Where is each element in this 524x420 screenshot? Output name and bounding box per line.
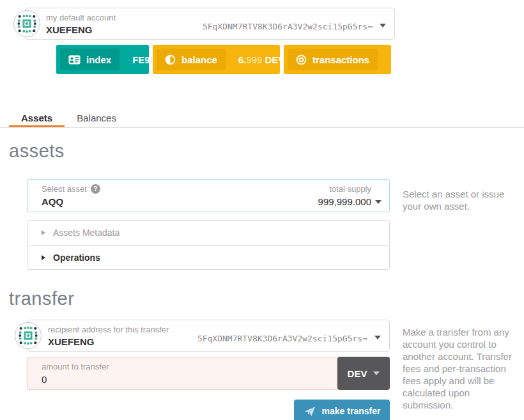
balance-unit: DEV (265, 54, 285, 65)
chevron-down-icon (375, 200, 381, 204)
bullseye-icon (296, 54, 307, 65)
index-pill: index (60, 49, 119, 70)
asset-wallet-page: my default account XUEFENG 5FqXDNM7RTV8K… (0, 0, 524, 420)
help-icon[interactable]: ? (91, 184, 100, 194)
collapse-arrow-icon (42, 255, 45, 260)
operations-label: Operations (53, 253, 100, 263)
tab-assets[interactable]: Assets (9, 106, 65, 127)
transfer-section-heading: transfer (9, 288, 74, 309)
assets-metadata-toggle[interactable]: Assets Metadata (27, 221, 389, 245)
account-stats: index FE98 balance 6.999 DEV transaction… (56, 45, 391, 74)
tab-balances[interactable]: Balances (65, 106, 128, 127)
balance-label: balance (181, 54, 217, 65)
account-identicon-avatar (13, 10, 40, 37)
identicon-icon (17, 13, 37, 34)
amount-input[interactable] (42, 374, 316, 385)
identicon-icon (18, 325, 38, 346)
account-selector-label: my default account (46, 13, 116, 22)
select-asset-label: Select asset ? (42, 184, 100, 194)
chevron-down-icon (374, 336, 381, 339)
transfer-help-text: Make a transfer from any account you con… (403, 326, 521, 411)
selected-asset-name: AQQ (42, 196, 63, 207)
transactions-button[interactable]: transactions 3 (284, 45, 391, 74)
send-icon (304, 405, 316, 417)
account-address: 5FqXDNM7RTV8K3D6rA3V2w2sci15pG5rs⋯ (203, 22, 373, 31)
transactions-count: 3 (381, 54, 405, 65)
currency-dropdown[interactable]: DEV (337, 357, 390, 390)
collapse-arrow-icon (42, 230, 45, 235)
recipient-label: recipient address for this transfer (48, 325, 169, 334)
make-transfer-label: make transfer (322, 406, 381, 416)
recipient-selector[interactable]: recipient address for this transfer XUEF… (27, 320, 390, 352)
contrast-icon (165, 54, 176, 65)
assets-help-text: Select an asset or issue your own asset. (403, 188, 521, 212)
total-supply-value: 999,999.000 (318, 196, 371, 207)
transactions-pill: transactions (288, 49, 378, 70)
balance-frac: 999 (246, 54, 262, 65)
currency-value: DEV (348, 368, 367, 379)
transactions-label: transactions (312, 54, 369, 65)
id-card-icon (68, 55, 81, 65)
balance-pill: balance (157, 49, 226, 70)
assets-metadata-label: Assets Metadata (53, 228, 119, 238)
recipient-name: XUEFENG (48, 336, 95, 347)
tab-bar: Assets Balances (0, 106, 524, 128)
index-button[interactable]: index FE98 (56, 45, 149, 74)
recipient-identicon-avatar (15, 322, 42, 349)
select-asset-label-text: Select asset (42, 184, 87, 194)
select-asset-dropdown[interactable]: Select asset ? AQQ total supply 999,999.… (27, 179, 390, 212)
chevron-down-icon (373, 371, 380, 375)
amount-label: amount to transfer (42, 362, 109, 371)
chevron-down-icon (380, 24, 386, 27)
index-label: index (86, 54, 111, 65)
total-supply-label: total supply (329, 184, 371, 194)
account-selector[interactable]: my default account XUEFENG 5FqXDNM7RTV8K… (25, 8, 395, 40)
operations-toggle[interactable]: Operations (27, 245, 389, 269)
make-transfer-button[interactable]: make transfer (294, 400, 390, 420)
balance-int: 6. (238, 54, 247, 65)
recipient-address: 5FqXDNM7RTV8K3D6rA3V2w2sci15pG5rs⋯ (197, 334, 367, 343)
assets-section-heading: assets (9, 141, 65, 162)
amount-field: amount to transfer (27, 357, 337, 390)
balance-button[interactable]: balance 6.999 DEV (153, 45, 280, 74)
asset-panels: Assets Metadata Operations (27, 220, 390, 270)
account-name: XUEFENG (46, 24, 93, 35)
